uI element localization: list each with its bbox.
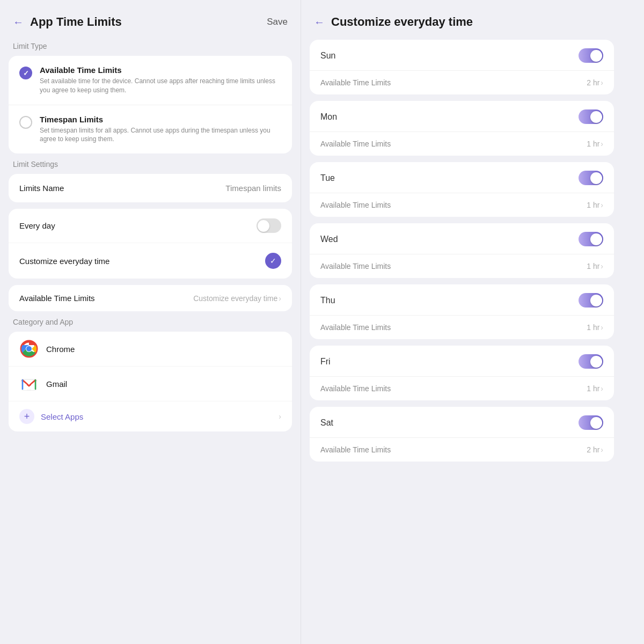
day-toggle-fri[interactable] <box>579 354 603 369</box>
left-header: ← App Time Limits Save <box>0 0 301 40</box>
day-card-mon: Mon Available Time Limits 1 hr › <box>310 101 614 156</box>
day-chevron-wed: › <box>601 262 603 270</box>
day-toggle-mon[interactable] <box>579 109 603 124</box>
available-time-title: Available Time Limits <box>40 65 281 75</box>
day-chevron-tue: › <box>601 201 603 209</box>
day-limits-row-thu[interactable]: Available Time Limits 1 hr › <box>310 316 614 339</box>
available-time-radio[interactable] <box>19 67 32 79</box>
select-apps-row[interactable]: + Select Apps › <box>9 401 292 431</box>
day-limits-label-thu: Available Time Limits <box>320 323 391 332</box>
every-day-label: Every day <box>19 221 55 230</box>
day-name-sun: Sun <box>320 51 335 61</box>
day-header-wed: Wed <box>310 223 614 254</box>
limits-name-value: Timespan limits <box>225 184 281 193</box>
day-card-wed: Wed Available Time Limits 1 hr › <box>310 223 614 278</box>
day-name-tue: Tue <box>320 173 335 183</box>
day-name-mon: Mon <box>320 112 337 122</box>
available-time-limits-label: Available Time Limits <box>19 294 95 303</box>
available-time-limits-value: Customize everyday time › <box>193 294 281 303</box>
left-back-button[interactable]: ← <box>13 16 24 28</box>
timespan-title: Timespan Limits <box>40 115 281 124</box>
chrome-icon <box>19 339 39 358</box>
day-chevron-thu: › <box>601 323 603 332</box>
customize-row[interactable]: Customize everyday time ✓ <box>9 243 292 279</box>
left-panel-title: App Time Limits <box>30 15 260 29</box>
limit-type-label: Limit Type <box>0 42 301 56</box>
svg-point-3 <box>26 346 32 352</box>
limits-name-label: Limits Name <box>19 184 64 193</box>
day-chevron-fri: › <box>601 384 603 393</box>
gmail-icon <box>19 374 39 393</box>
day-toggle-tue[interactable] <box>579 171 603 185</box>
select-apps-label: Select Apps <box>41 412 83 421</box>
day-limits-row-sun[interactable]: Available Time Limits 2 hr › <box>310 71 614 94</box>
day-header-mon: Mon <box>310 101 614 132</box>
category-app-label: Category and App <box>0 318 301 332</box>
day-limits-label-mon: Available Time Limits <box>320 140 391 148</box>
limit-settings-label: Limit Settings <box>0 160 301 174</box>
right-header: ← Customize everyday time <box>301 0 623 40</box>
day-limits-value-sun: 2 hr › <box>587 78 603 87</box>
timespan-radio[interactable] <box>19 116 32 129</box>
timespan-desc: Set timespan limits for all apps. Cannot… <box>40 126 281 144</box>
day-chevron-sat: › <box>601 445 603 454</box>
every-day-toggle[interactable] <box>257 218 281 233</box>
day-name-fri: Fri <box>320 357 331 367</box>
day-card-sat: Sat Available Time Limits 2 hr › <box>310 407 614 462</box>
day-chevron-sun: › <box>601 78 603 87</box>
customize-check[interactable]: ✓ <box>265 253 281 269</box>
day-limits-value-sat: 2 hr › <box>587 445 603 454</box>
apps-card: Chrome Gmail <box>9 332 292 431</box>
day-header-tue: Tue <box>310 162 614 193</box>
available-time-limits-card: Available Time Limits Customize everyday… <box>9 285 292 311</box>
day-limits-label-sat: Available Time Limits <box>320 445 391 454</box>
day-chevron-mon: › <box>601 140 603 148</box>
day-limits-row-fri[interactable]: Available Time Limits 1 hr › <box>310 377 614 400</box>
day-toggle-thu[interactable] <box>579 293 603 308</box>
day-limits-value-wed: 1 hr › <box>587 262 603 270</box>
save-button[interactable]: Save <box>267 17 288 27</box>
day-card-thu: Thu Available Time Limits 1 hr › <box>310 284 614 339</box>
day-name-wed: Wed <box>320 235 338 244</box>
gmail-app-row[interactable]: Gmail <box>9 367 292 401</box>
day-name-sat: Sat <box>320 418 333 428</box>
chevron-icon: › <box>279 294 281 303</box>
day-header-sun: Sun <box>310 40 614 71</box>
timespan-option[interactable]: Timespan Limits Set timespan limits for … <box>9 105 292 154</box>
available-time-desc: Set available time for the device. Canno… <box>40 77 281 95</box>
day-card-fri: Fri Available Time Limits 1 hr › <box>310 346 614 400</box>
right-panel: ← Customize everyday time Sun Available … <box>301 0 623 644</box>
day-limits-label-wed: Available Time Limits <box>320 262 391 270</box>
every-day-row[interactable]: Every day <box>9 209 292 243</box>
day-limits-label-fri: Available Time Limits <box>320 384 391 393</box>
day-header-fri: Fri <box>310 346 614 377</box>
limits-name-card: Limits Name Timespan limits <box>9 174 292 202</box>
day-limits-value-thu: 1 hr › <box>587 323 603 332</box>
customize-label: Customize everyday time <box>19 257 109 266</box>
day-limits-value-mon: 1 hr › <box>587 140 603 148</box>
day-limits-row-wed[interactable]: Available Time Limits 1 hr › <box>310 254 614 278</box>
day-name-thu: Thu <box>320 296 335 305</box>
limit-type-card: Available Time Limits Set available time… <box>9 56 292 153</box>
day-toggle-sun[interactable] <box>579 48 603 63</box>
right-back-button[interactable]: ← <box>314 16 325 28</box>
day-toggle-sat[interactable] <box>579 415 603 430</box>
day-limits-row-sat[interactable]: Available Time Limits 2 hr › <box>310 438 614 462</box>
chrome-name: Chrome <box>46 345 75 354</box>
available-time-option[interactable]: Available Time Limits Set available time… <box>9 56 292 105</box>
day-limits-label-tue: Available Time Limits <box>320 201 391 209</box>
right-panel-title: Customize everyday time <box>331 15 610 29</box>
chrome-app-row[interactable]: Chrome <box>9 332 292 367</box>
plus-icon: + <box>19 409 34 424</box>
every-day-card: Every day Customize everyday time ✓ <box>9 209 292 279</box>
day-header-sat: Sat <box>310 407 614 438</box>
day-toggle-wed[interactable] <box>579 232 603 246</box>
day-limits-value-fri: 1 hr › <box>587 384 603 393</box>
days-container: Sun Available Time Limits 2 hr › Mon Ava… <box>301 40 623 462</box>
available-time-limits-row[interactable]: Available Time Limits Customize everyday… <box>9 285 292 311</box>
day-card-tue: Tue Available Time Limits 1 hr › <box>310 162 614 217</box>
day-limits-row-mon[interactable]: Available Time Limits 1 hr › <box>310 132 614 156</box>
day-limits-row-tue[interactable]: Available Time Limits 1 hr › <box>310 193 614 217</box>
day-card-sun: Sun Available Time Limits 2 hr › <box>310 40 614 94</box>
limits-name-row: Limits Name Timespan limits <box>9 174 292 202</box>
